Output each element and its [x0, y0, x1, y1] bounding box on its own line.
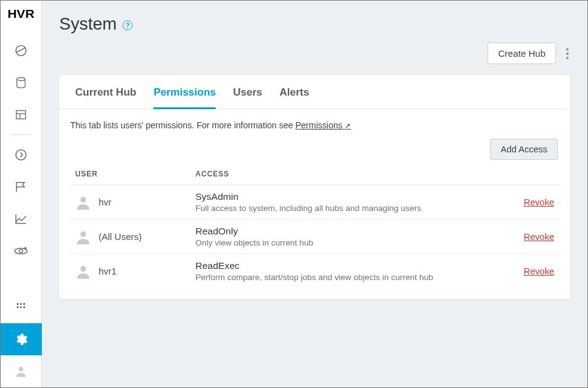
revoke-cell: Revoke: [499, 231, 554, 242]
gear-icon: [14, 332, 28, 346]
user-name: hvr1: [99, 266, 116, 276]
access-cell: SysAdmin Full access to system, includin…: [195, 191, 499, 213]
permissions-table: USER ACCESS hvr SysAdmin Full access to …: [59, 167, 570, 288]
grid-dots-icon: [15, 302, 27, 313]
access-title: ReadOnly: [195, 226, 499, 237]
more-actions-icon[interactable]: [565, 47, 570, 60]
user-icon: [14, 365, 28, 378]
svg-point-9: [25, 247, 27, 250]
access-desc: Only view objects in current hub: [195, 238, 499, 247]
nav-user[interactable]: [1, 355, 42, 387]
flag-icon: [14, 180, 28, 194]
user-name: (All Users): [99, 231, 142, 242]
add-access-button[interactable]: Add Access: [490, 139, 558, 160]
avatar-icon: [75, 263, 91, 279]
nav-jobs[interactable]: [1, 139, 42, 171]
avatar-icon: [75, 194, 91, 210]
tab-permissions[interactable]: Permissions: [153, 86, 216, 109]
nav-more[interactable]: [1, 291, 42, 323]
revoke-link[interactable]: Revoke: [524, 232, 554, 242]
access-title: ReadExec: [195, 260, 499, 271]
arrow-circle-icon: [14, 148, 28, 162]
revoke-link[interactable]: Revoke: [524, 266, 554, 276]
table-row: hvr1 ReadExec Perform compare, start/sto…: [70, 254, 559, 288]
svg-point-21: [80, 231, 86, 237]
create-hub-button[interactable]: Create Hub: [488, 43, 556, 64]
svg-point-15: [23, 307, 25, 308]
revoke-cell: Revoke: [499, 266, 554, 277]
logo: HVR: [7, 8, 35, 21]
svg-point-22: [80, 266, 86, 271]
svg-point-19: [566, 57, 569, 59]
permissions-card: Current Hub Permissions Users Alerts Thi…: [59, 75, 570, 299]
svg-point-14: [20, 307, 22, 308]
title-row: System ?: [59, 14, 570, 34]
svg-line-1: [17, 47, 26, 52]
svg-point-11: [20, 303, 22, 305]
orbit-icon: [14, 244, 28, 258]
svg-point-17: [566, 48, 569, 51]
access-title: SysAdmin: [195, 191, 499, 202]
user-cell: hvr1: [75, 263, 195, 279]
svg-point-13: [17, 307, 18, 308]
add-access-row: Add Access: [59, 130, 570, 167]
nav-settings[interactable]: [1, 323, 42, 355]
tab-alerts[interactable]: Alerts: [280, 86, 309, 109]
svg-point-0: [16, 46, 27, 56]
col-action: [499, 170, 554, 178]
access-desc: Perform compare, start/stop jobs and vie…: [195, 273, 499, 282]
layout-icon: [15, 109, 27, 121]
svg-point-2: [17, 78, 25, 81]
svg-rect-3: [17, 110, 26, 118]
revoke-link[interactable]: Revoke: [524, 197, 554, 207]
nav-database[interactable]: [1, 67, 42, 99]
col-access: ACCESS: [195, 170, 499, 178]
table-row: hvr SysAdmin Full access to system, incl…: [70, 185, 559, 220]
globe-icon: [14, 44, 28, 57]
access-cell: ReadOnly Only view objects in current hu…: [195, 226, 499, 247]
svg-point-12: [23, 303, 25, 305]
nav-table[interactable]: [1, 99, 42, 131]
nav-flag[interactable]: [1, 171, 42, 203]
access-desc: Full access to system, including all hub…: [195, 204, 499, 213]
chart-icon: [14, 212, 28, 226]
svg-point-8: [19, 249, 23, 253]
nav-chart[interactable]: [1, 203, 42, 235]
revoke-cell: Revoke: [499, 197, 554, 208]
external-link-icon: ↗: [345, 122, 351, 130]
svg-point-16: [18, 367, 23, 371]
page-title: System: [59, 14, 116, 34]
user-cell: (All Users): [75, 229, 195, 245]
desc-text: This tab lists users' permissions. For m…: [70, 120, 295, 130]
user-name: hvr: [99, 197, 112, 207]
table-header: USER ACCESS: [70, 167, 559, 185]
help-icon[interactable]: ?: [123, 20, 133, 30]
database-icon: [15, 76, 27, 89]
svg-point-6: [16, 150, 27, 160]
avatar-icon: [75, 229, 91, 245]
access-cell: ReadExec Perform compare, start/stop job…: [195, 260, 499, 282]
svg-point-18: [566, 52, 569, 55]
main-content: System ? Create Hub Current Hub Permissi…: [42, 1, 587, 387]
col-user: USER: [75, 170, 195, 178]
sidebar: HVR: [1, 1, 42, 387]
nav-dashboard[interactable]: [1, 35, 42, 67]
user-cell: hvr: [75, 194, 195, 210]
actions-row: Create Hub: [59, 43, 570, 64]
table-row: (All Users) ReadOnly Only view objects i…: [70, 220, 559, 254]
nav-separator: [11, 134, 31, 135]
tab-users[interactable]: Users: [233, 86, 262, 109]
tab-description: This tab lists users' permissions. For m…: [59, 109, 570, 130]
svg-point-20: [80, 197, 86, 202]
tab-current-hub[interactable]: Current Hub: [75, 86, 136, 109]
svg-point-10: [17, 303, 18, 305]
tabs: Current Hub Permissions Users Alerts: [59, 75, 570, 109]
desc-link[interactable]: Permissions ↗: [295, 120, 351, 130]
nav-integrate[interactable]: [1, 235, 42, 267]
